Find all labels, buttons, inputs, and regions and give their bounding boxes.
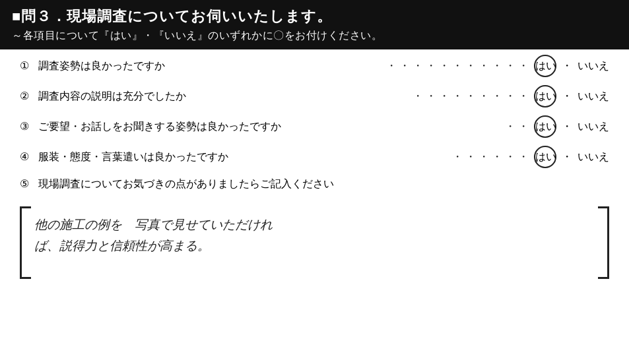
header-line1: ■問３．現場調査についてお伺いいたします。 xyxy=(12,7,617,26)
header-bar: ■問３．現場調査についてお伺いいたします。 ～各項目について『はい』・『いいえ』… xyxy=(0,0,629,49)
q-dots-1: ・・・・・・・・・・・ xyxy=(386,58,531,74)
sep-4: ・ xyxy=(562,149,572,165)
q-num-5: ⑤ xyxy=(20,176,38,192)
q-num-2: ② xyxy=(20,88,38,104)
answer-no-3: いいえ xyxy=(578,119,609,135)
answer-yes-2: はい xyxy=(534,85,556,107)
q-dots-4: ・・・・・・ xyxy=(452,149,531,165)
comment-section: 他の施工の例を 写真で見せていただけれ ば、説得力と信頼性が高まる。 xyxy=(20,206,609,279)
q-text-1: 調査姿勢は良かったですか xyxy=(38,58,383,74)
q-text-5: 現場調査についてお気づきの点がありましたらご記入ください xyxy=(38,176,609,192)
handwritten-comment: 他の施工の例を 写真で見せていただけれ ば、説得力と信頼性が高まる。 xyxy=(20,209,609,262)
qa-section: ① 調査姿勢は良かったですか ・・・・・・・・・・・ はい ・ いいえ ② 調査… xyxy=(0,49,629,202)
q-num-4: ④ xyxy=(20,149,38,165)
q-text-3: ご要望・お話しをお聞きする姿勢は良かったですか xyxy=(38,119,502,135)
answer-yes-3: はい xyxy=(534,115,556,138)
q-num-1: ① xyxy=(20,58,38,74)
qa-row-2: ② 調査内容の説明は充分でしたか ・・・・・・・・・ はい ・ いいえ xyxy=(20,85,609,107)
sep-3: ・ xyxy=(562,119,572,135)
answer-no-4: いいえ xyxy=(578,149,609,165)
answer-yes-1: はい xyxy=(534,55,556,77)
qa-row-4: ④ 服装・態度・言葉遣いは良かったですか ・・・・・・ はい ・ いいえ xyxy=(20,146,609,168)
qa-row-3: ③ ご要望・お話しをお聞きする姿勢は良かったですか ・・ はい ・ いいえ xyxy=(20,115,609,138)
comment-line2: ば、説得力と信頼性が高まる。 xyxy=(34,235,595,257)
q-answer-3: はい ・ いいえ xyxy=(534,115,609,138)
header-line2: ～各項目について『はい』・『いいえ』のいずれかに〇をお付けください。 xyxy=(12,29,617,43)
q-answer-1: はい ・ いいえ xyxy=(534,55,609,77)
answer-yes-4: はい xyxy=(534,146,556,168)
qa-row-1: ① 調査姿勢は良かったですか ・・・・・・・・・・・ はい ・ いいえ xyxy=(20,55,609,77)
q-answer-4: はい ・ いいえ xyxy=(534,146,609,168)
comment-line1: 他の施工の例を 写真で見せていただけれ xyxy=(34,214,595,235)
sep-1: ・ xyxy=(562,58,572,74)
answer-no-1: いいえ xyxy=(578,58,609,74)
q-dots-2: ・・・・・・・・・ xyxy=(413,88,531,104)
q-num-3: ③ xyxy=(20,119,38,135)
q-dots-3: ・・ xyxy=(505,119,531,135)
q-answer-2: はい ・ いいえ xyxy=(534,85,609,107)
qa-row-5: ⑤ 現場調査についてお気づきの点がありましたらご記入ください xyxy=(20,176,609,192)
page: ■問３．現場調査についてお伺いいたします。 ～各項目について『はい』・『いいえ』… xyxy=(0,0,629,364)
q-text-2: 調査内容の説明は充分でしたか xyxy=(38,88,410,104)
q-text-4: 服装・態度・言葉遣いは良かったですか xyxy=(38,149,449,165)
answer-no-2: いいえ xyxy=(578,88,609,104)
sep-2: ・ xyxy=(562,88,572,104)
comment-box: 他の施工の例を 写真で見せていただけれ ば、説得力と信頼性が高まる。 xyxy=(20,206,609,279)
